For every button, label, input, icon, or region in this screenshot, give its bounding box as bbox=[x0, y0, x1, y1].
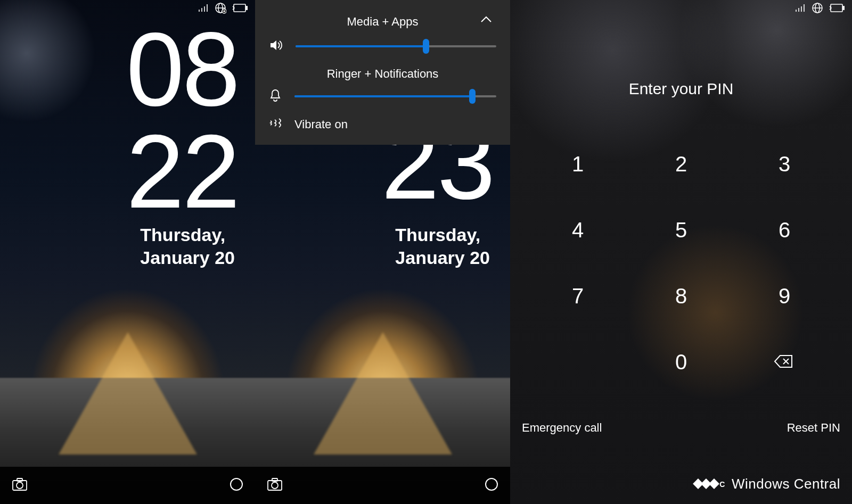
camera-icon[interactable] bbox=[267, 477, 283, 493]
volume-panel: Media + Apps Ringer + Notifications bbox=[255, 0, 510, 145]
svg-point-11 bbox=[17, 482, 23, 489]
keypad-key-6[interactable]: 6 bbox=[733, 197, 836, 263]
watermark-text: Windows Central bbox=[732, 476, 840, 492]
svg-point-18 bbox=[486, 478, 497, 490]
vibrate-icon bbox=[269, 117, 282, 132]
keypad-empty bbox=[526, 329, 629, 395]
volume-ringer-label: Ringer + Notifications bbox=[269, 67, 496, 81]
lock-clock: 08 22 bbox=[126, 19, 238, 223]
camera-icon[interactable] bbox=[12, 477, 28, 493]
wallpaper-moon-glow bbox=[0, 0, 96, 122]
keypad-key-2[interactable]: 2 bbox=[629, 131, 733, 197]
backspace-icon bbox=[774, 350, 795, 374]
lockscreen-pane-1: 08 22 Thursday, January 20 bbox=[0, 0, 255, 504]
watermark-logo-icon: C bbox=[694, 480, 725, 489]
pin-keypad: 1234567890 bbox=[526, 131, 836, 395]
svg-rect-9 bbox=[246, 6, 248, 10]
svg-rect-26 bbox=[831, 4, 842, 12]
pin-entry-pane: Enter your PIN 1234567890 Emergency call… bbox=[510, 0, 852, 504]
keypad-key-3[interactable]: 3 bbox=[733, 131, 836, 197]
volume-media-label: Media + Apps bbox=[347, 15, 419, 29]
lock-day: Thursday, bbox=[140, 224, 235, 246]
nav-bar bbox=[0, 467, 255, 504]
wallpaper-igloo bbox=[59, 332, 197, 455]
lock-date-text: January 20 bbox=[395, 246, 490, 269]
keypad-key-0[interactable]: 0 bbox=[629, 329, 733, 395]
svg-marker-14 bbox=[271, 40, 276, 50]
vibrate-toggle[interactable]: Vibrate on bbox=[269, 117, 496, 132]
pin-title: Enter your PIN bbox=[510, 80, 852, 98]
globe-icon bbox=[812, 2, 823, 16]
keypad-key-1[interactable]: 1 bbox=[526, 131, 629, 197]
lock-date: Thursday, January 20 bbox=[140, 224, 235, 269]
svg-rect-8 bbox=[234, 4, 245, 12]
keypad-key-4[interactable]: 4 bbox=[526, 197, 629, 263]
lockscreen-pane-2: 23 Thursday, January 20 Media + Apps bbox=[255, 0, 510, 504]
keypad-key-7[interactable]: 7 bbox=[526, 263, 629, 329]
signal-icon bbox=[794, 3, 806, 15]
backspace-key[interactable] bbox=[733, 329, 836, 395]
keypad-key-5[interactable]: 5 bbox=[629, 197, 733, 263]
status-bar bbox=[794, 2, 845, 16]
speaker-icon[interactable] bbox=[269, 38, 283, 54]
chevron-up-icon[interactable] bbox=[479, 15, 493, 27]
svg-rect-17 bbox=[272, 478, 277, 481]
nav-bar bbox=[255, 467, 510, 504]
cortana-icon[interactable] bbox=[230, 477, 243, 493]
keypad-key-8[interactable]: 8 bbox=[629, 263, 733, 329]
clock-minute: 22 bbox=[126, 121, 238, 223]
svg-point-13 bbox=[231, 478, 242, 490]
cortana-icon[interactable] bbox=[485, 477, 498, 493]
keypad-key-9[interactable]: 9 bbox=[733, 263, 836, 329]
svg-point-16 bbox=[272, 482, 278, 489]
svg-rect-27 bbox=[843, 6, 845, 10]
battery-charging-icon bbox=[829, 3, 845, 15]
reset-pin-button[interactable]: Reset PIN bbox=[787, 421, 840, 435]
vibrate-label: Vibrate on bbox=[294, 118, 348, 131]
media-volume-slider[interactable] bbox=[296, 42, 496, 51]
svg-rect-12 bbox=[17, 478, 22, 481]
watermark: C Windows Central bbox=[694, 476, 840, 492]
emergency-call-button[interactable]: Emergency call bbox=[522, 421, 602, 435]
lock-day: Thursday, bbox=[395, 224, 490, 246]
lock-date-text: January 20 bbox=[140, 246, 235, 269]
lock-date: Thursday, January 20 bbox=[395, 224, 490, 269]
ringer-volume-slider[interactable] bbox=[294, 92, 496, 101]
bell-icon[interactable] bbox=[269, 88, 282, 104]
clock-hour: 08 bbox=[126, 19, 238, 121]
wallpaper-igloo bbox=[314, 332, 452, 455]
